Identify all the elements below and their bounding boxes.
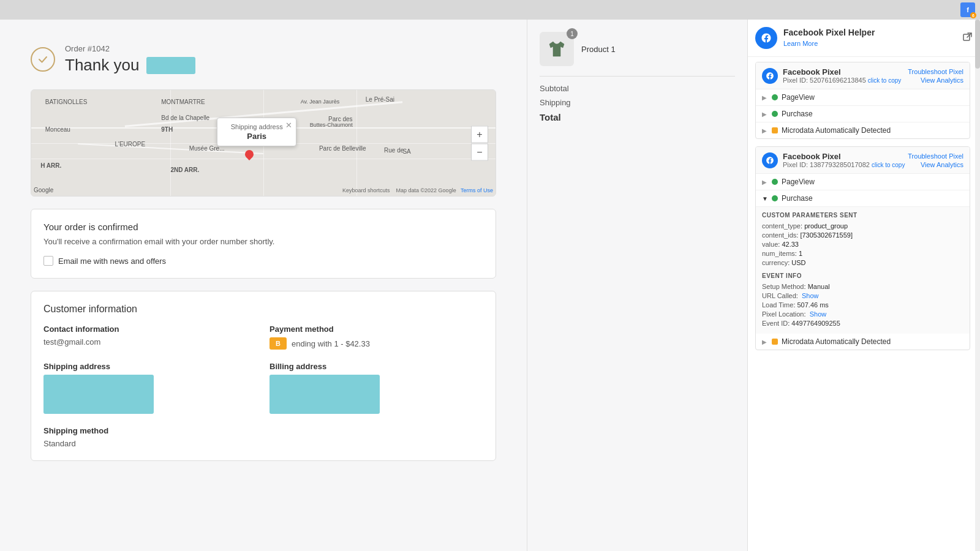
pixel-1-microdata-arrow: ▶ [762,127,768,134]
map-attribution-keyboard: Keyboard shortcuts [342,187,390,193]
payment-value: ending with 1 - $42.33 [292,339,370,348]
email-checkbox-row[interactable]: Email me with news and offers [43,256,483,266]
subtotal-row: Subtotal [540,84,735,93]
fb-learn-more-link[interactable]: Learn More [783,40,818,47]
map-attribution: Keyboard shortcuts Map data ©2022 Google… [342,187,493,193]
pixel-block-1: Facebook Pixel Pixel ID: 520761696213845… [755,62,970,139]
main-layout: Order #1042 Thank you [0,20,980,551]
map-label-9th: 9TH [161,126,173,133]
map-shipping-popup: ✕ Shipping address Paris [217,118,296,146]
pixel-1-pageview-arrow: ▶ [762,94,768,101]
pixel-1-microdata-row[interactable]: ▶ Microdata Automatically Detected [756,122,970,138]
order-info: Order #1042 Thank you [65,44,195,75]
pixel-1-pageview-dot [772,94,778,100]
map-attribution-data: Map data ©2022 Google [396,187,456,193]
pixel-2-header-left: Facebook Pixel Pixel ID: 138779328501708… [762,152,905,168]
pixel-location-link[interactable]: Show [810,310,827,318]
contact-value: test@gmail.com [43,337,257,347]
pixel-2-troubleshoot[interactable]: Troubleshoot Pixel [908,152,963,160]
param-val-currency: USD [791,259,805,266]
map-zoom-controls: + − [471,126,488,160]
event-info-event-id: Event ID: 4497764909255 [762,320,963,327]
param-num-items: num_items: 1 [762,250,963,257]
pixel-2-copy[interactable]: click to copy [872,162,905,168]
pixel-1-pageview-name: PageView [782,93,963,102]
browser-extension-icon[interactable]: f 6 [960,2,975,17]
customer-grid: Contact information test@gmail.com Payme… [43,324,483,414]
param-val-content-ids: [7305302671559] [800,231,853,239]
shipping-label: Shipping [540,98,571,107]
custom-params-title: CUSTOM PARAMETERS SENT [762,212,963,219]
thank-you-row: Thank you [65,56,195,75]
map-label-parc-belleville: Parc de Belleville [319,145,366,152]
pixel-2-microdata-name: Microdata Automatically Detected [782,337,963,346]
pixel-2-view-analytics[interactable]: View Analytics [921,161,963,168]
email-checkbox[interactable] [43,256,53,266]
param-key-num-items: num_items [762,250,795,257]
pixel-1-view-analytics[interactable]: View Analytics [921,77,963,84]
panel-scrollbar[interactable] [975,20,980,551]
param-val-num-items: 1 [799,250,802,257]
param-currency: currency: USD [762,259,963,266]
shipping-address-label: Shipping address [43,362,257,371]
shipping-method-label: Shipping method [43,426,483,435]
pixel-1-header: Facebook Pixel Pixel ID: 520761696213845… [756,62,970,89]
payment-label: Payment method [270,324,483,334]
pixel-1-name-group: Facebook Pixel Pixel ID: 520761696213845… [783,67,901,84]
customer-section-title: Customer information [43,304,483,315]
pixel-2-pageview-row[interactable]: ▶ PageView [756,174,970,190]
panel-scrollbar-thumb [975,20,980,69]
pixel-2-header-right: Troubleshoot Pixel View Analytics [908,152,963,168]
order-header: Order #1042 Thank you [31,44,496,75]
pixel-2-purchase-row[interactable]: ▼ Purchase [756,190,970,207]
product-name: Product 1 [581,45,735,54]
event-info-section: EVENT INFO Setup Method: Manual URL Call… [762,272,963,327]
google-logo: Google [34,187,53,193]
order-number: Order #1042 [65,44,195,53]
pixel-2-pageview-arrow: ▶ [762,179,768,186]
pixel-2-purchase-arrow: ▼ [762,195,768,202]
thank-you-text: Thank you [65,56,139,75]
shipping-method-value: Standard [43,439,483,448]
pixel-2-id-value: 1387793285017082 [810,161,870,168]
pixel-2-id: Pixel ID: 1387793285017082 click to copy [783,161,905,168]
external-link-icon[interactable] [963,32,973,44]
payment-icon: B [270,337,287,350]
param-content-type: content_type: product_group [762,222,963,230]
pixel-1-troubleshoot[interactable]: Troubleshoot Pixel [908,68,963,75]
pixel-2-microdata-row[interactable]: ▶ Microdata Automatically Detected [756,334,970,350]
map-popup-close[interactable]: ✕ [285,121,292,130]
order-summary-panel: 1 Product 1 Subtotal Shipping Total [527,20,747,551]
pixel-1-pageview-row[interactable]: ▶ PageView [756,89,970,106]
billing-address-label: Billing address [270,362,483,371]
pixel-1-copy[interactable]: click to copy [868,77,901,84]
map-zoom-out[interactable]: − [471,143,488,160]
map-attribution-terms[interactable]: Terms of Use [461,187,493,193]
event-info-pixel-location: Pixel Location: Show [762,310,963,318]
map-label-8arr: H ARR. [40,162,61,169]
fb-panel-header: Facebook Pixel Helper Learn More [748,20,980,57]
map-label-monceau: Monceau [45,126,70,133]
map-zoom-in[interactable]: + [471,126,488,143]
fb-panel-content: Facebook Pixel Pixel ID: 520761696213845… [748,57,980,551]
top-bar: f 6 [0,0,980,20]
fb-pixel-panel: Facebook Pixel Helper Learn More [747,20,980,551]
map-popup-city: Paris [225,132,288,141]
url-called-link[interactable]: Show [802,292,819,299]
pixel-1-purchase-row[interactable]: ▶ Purchase [756,106,970,122]
map-label-rue: Rue de [384,147,404,154]
fb-header-info: Facebook Pixel Helper Learn More [783,28,957,48]
pixel-1-name: Facebook Pixel [783,67,901,77]
pixel-2-name: Facebook Pixel [783,152,905,161]
pixel-2-purchase-dot [772,195,778,201]
param-key-currency: currency [762,259,788,266]
customer-section: Customer information Contact information… [31,291,496,461]
confirmed-title: Your order is confirmed [43,222,483,232]
pixel-block-2: Facebook Pixel Pixel ID: 138779328501708… [755,146,970,350]
contact-info-group: Contact information test@gmail.com [43,324,257,350]
map-section: BATIGNOLLES MONTMARTRE Bd de la Chapelle… [31,89,496,197]
pixel-2-microdata-arrow: ▶ [762,339,768,345]
event-info-url: URL Called: Show [762,292,963,299]
pixel-2-header: Facebook Pixel Pixel ID: 138779328501708… [756,147,970,174]
map-label-parc-des: Parc des [328,116,352,122]
